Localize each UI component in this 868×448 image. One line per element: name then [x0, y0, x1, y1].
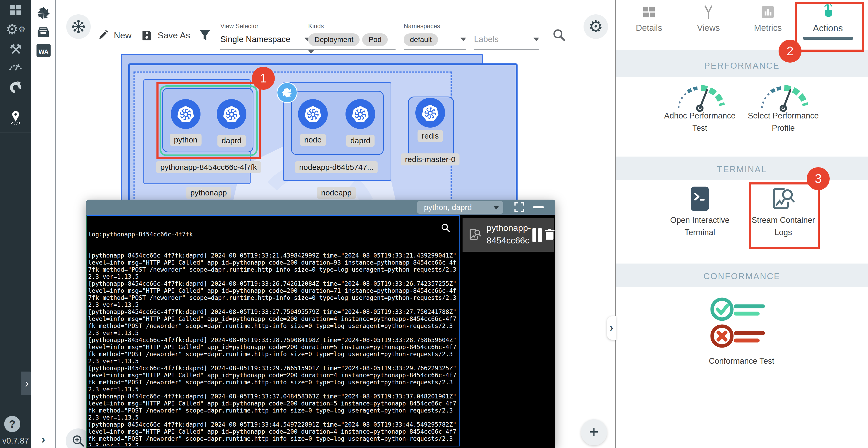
tab-label: Metrics: [738, 23, 797, 33]
metrics-bars-icon: [761, 5, 775, 19]
terminal-session-tab[interactable]: pythonapp-8454cc66c: [463, 218, 554, 252]
question-mark-icon: ?: [9, 418, 16, 430]
section-header-terminal: TERMINAL: [616, 156, 868, 180]
container-label: daprd: [217, 135, 246, 147]
pod-name-label: pythonapp-8454cc66c-4f7fk: [156, 161, 261, 173]
section-header-conformance: CONFORMANCE: [616, 264, 868, 287]
action-label: Open Interactive Terminal: [661, 214, 739, 238]
pause-icon[interactable]: [532, 228, 536, 242]
kubernetes-icon: [222, 104, 241, 124]
container-selector-dropdown[interactable]: python, daprd: [417, 201, 503, 214]
annotation-box-3: [749, 182, 820, 249]
annotation-circle-1: 1: [252, 67, 275, 90]
chevron-down-icon: [493, 206, 499, 210]
left-sidebar: ⚙⚙ ⚒ › ? v0.7.87: [0, 0, 31, 448]
wasm-extension-icon[interactable]: WA: [36, 44, 51, 57]
mesh-donut-icon[interactable]: [0, 80, 31, 95]
terminal-icon: [689, 186, 711, 212]
tab-views[interactable]: Views: [679, 0, 738, 42]
terminal-body: log:pythonapp-8454cc66c-4f7fk [pythonapp…: [86, 215, 555, 448]
container-label: node: [300, 134, 326, 146]
terminal-window: python, daprd log:pythonapp-8454cc66c-4f…: [86, 200, 555, 448]
dapr-icon[interactable]: [277, 82, 298, 103]
conformance-icon: [708, 295, 775, 352]
container-label: python: [170, 134, 202, 146]
action-label: Conformance Test: [689, 355, 794, 367]
container-selector-value: python, daprd: [424, 203, 472, 212]
sidebar-divider: [0, 132, 31, 133]
annotation-circle-3: 3: [807, 167, 830, 190]
annotation-circle-2: 2: [779, 40, 802, 63]
settings-gears-icon[interactable]: ⚙⚙: [0, 22, 31, 36]
log-header-line: log:pythonapp-8454cc66c-4f7fk: [88, 231, 459, 238]
pause-icon[interactable]: [538, 228, 542, 242]
kubernetes-icon: [351, 104, 370, 124]
right-panel: Details Views Metrics Actions PERFORMANC…: [616, 0, 868, 448]
panel-collapse-handle[interactable]: ›: [607, 316, 616, 340]
annotation-number: 3: [815, 172, 822, 185]
log-output-pane[interactable]: log:pythonapp-8454cc66c-4f7fk [pythonapp…: [87, 215, 460, 446]
app-window: ⚙⚙ ⚒ › ? v0.7.87 WA › New Save As View S…: [0, 0, 868, 448]
kubernetes-icon: [421, 103, 440, 122]
terminal-search-icon[interactable]: [440, 222, 451, 233]
tab-metrics[interactable]: Metrics: [738, 0, 797, 42]
sidebar-expand-handle[interactable]: ›: [21, 371, 32, 395]
help-button[interactable]: ?: [4, 416, 20, 432]
plus-icon: +: [589, 422, 599, 441]
tab-label: Details: [620, 23, 678, 33]
annotation-box-2: [795, 2, 864, 52]
kubernetes-icon: [176, 104, 195, 124]
fullscreen-icon[interactable]: [514, 202, 525, 213]
log-entry: [pythonapp-8454cc66c-4f7fk:daprd] 2024-0…: [88, 365, 459, 393]
dashboard-icon[interactable]: [0, 3, 31, 17]
views-icon: [701, 5, 716, 19]
tab-details[interactable]: Details: [620, 0, 678, 42]
log-entry: [pythonapp-8454cc66c-4f7fk:daprd] 2024-0…: [88, 421, 459, 446]
container-node[interactable]: [298, 99, 328, 129]
trash-icon[interactable]: [543, 228, 556, 241]
extensions-dock: WA ›: [31, 0, 56, 448]
container-redis[interactable]: [415, 98, 445, 127]
action-label: Adhoc Performance Test: [661, 110, 739, 134]
terminal-titlebar[interactable]: python, daprd: [86, 200, 555, 215]
action-label: Select Performance Profile: [744, 110, 823, 134]
annotation-number: 1: [260, 71, 267, 85]
zoom-in-icon: [71, 434, 86, 448]
meshery-swirl-icon[interactable]: [31, 6, 55, 21]
group-label: nodeapp: [317, 187, 356, 199]
stream-logs-icon: [468, 228, 482, 241]
terminal-session-list: pythonapp-8454cc66c: [461, 215, 555, 448]
add-node-button[interactable]: +: [581, 419, 607, 445]
group-label: pythonapp: [186, 187, 231, 199]
log-entry: [pythonapp-8454cc66c-4f7fk:daprd] 2024-0…: [88, 336, 459, 365]
log-entry: [pythonapp-8454cc66c-4f7fk:daprd] 2024-0…: [88, 393, 459, 421]
chevron-right-icon: ›: [25, 376, 29, 390]
log-entries: [pythonapp-8454cc66c-4f7fk:daprd] 2024-0…: [88, 252, 459, 446]
container-daprd[interactable]: [345, 99, 375, 129]
kubernetes-icon: [303, 104, 322, 124]
tools-icon[interactable]: ⚒: [0, 42, 31, 56]
version-label: v0.7.87: [0, 436, 31, 446]
details-grid-icon: [642, 5, 656, 19]
container-python[interactable]: [171, 99, 200, 129]
catalog-tray-icon[interactable]: [31, 25, 55, 40]
performance-gauge-icon[interactable]: [0, 61, 31, 71]
tab-label: Views: [679, 23, 738, 33]
sidebar-divider: [0, 104, 31, 104]
log-entry: [pythonapp-8454cc66c-4f7fk:daprd] 2024-0…: [88, 280, 459, 308]
location-pin-icon[interactable]: [0, 109, 31, 125]
container-daprd[interactable]: [217, 99, 246, 129]
minimize-icon[interactable]: [533, 206, 544, 208]
pod-name-label: nodeapp-d64b5747...: [295, 161, 377, 173]
wa-label: WA: [39, 48, 49, 55]
pod-name-label: redis-master-0: [401, 153, 459, 166]
log-entry: [pythonapp-8454cc66c-4f7fk:daprd] 2024-0…: [88, 308, 459, 336]
annotation-number: 2: [787, 44, 794, 58]
dock-expand-chevron[interactable]: ›: [31, 432, 55, 446]
container-label: daprd: [346, 135, 375, 147]
log-entry: [pythonapp-8454cc66c-4f7fk:daprd] 2024-0…: [88, 252, 459, 280]
container-label: redis: [417, 130, 443, 142]
section-header-performance: PERFORMANCE: [616, 50, 868, 77]
